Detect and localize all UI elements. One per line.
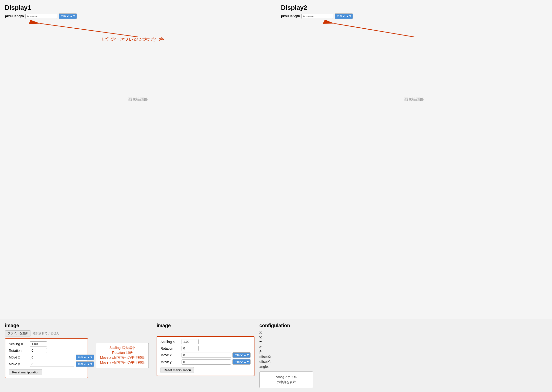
file-no-selection-label: 選択されていません [33,331,59,335]
display1-pixel-length-row: pixel length mm ▲▼ [5,13,271,19]
image1-movex-unit[interactable]: mm ▲▼ [76,355,94,360]
annotation-line1: Scaling 拡大縮小 [100,346,145,350]
image1-manipulation-box: Scaling × Rotation Move x mm ▲▼ Move [5,338,88,378]
config-title: configulation [259,323,313,328]
config-offsety-row: offsetY: [259,360,313,364]
image1-movey-unit-select[interactable]: mm [77,362,87,366]
image1-scaling-input[interactable] [30,341,47,346]
image2-movex-input[interactable] [182,353,231,358]
image1-rotation-label: Rotation [9,349,28,353]
image2-reset-button[interactable]: Reset manipulation [161,367,194,373]
file-select-row: ファイルを選択 選択されていません [5,330,88,336]
image2-movey-unit-select[interactable]: mm [234,360,243,364]
image1-rotation-input[interactable] [30,348,47,353]
display2-unit-select[interactable]: mm [336,14,346,18]
annotation-line2: Rotation 回転 [100,351,145,355]
image1-movex-label: Move x [9,355,28,359]
image2-movey-unit[interactable]: mm ▲▼ [232,359,251,365]
config-box-line1: configファイル [264,375,309,380]
image1-movex-input[interactable] [30,355,74,360]
image2-movex-unit-select[interactable]: mm [234,353,243,357]
display2-unit-select-wrapper[interactable]: mm ▲▼ [335,13,353,19]
display1-arrow-svg: ピクセルの大きさ [5,20,271,44]
annotation-box: Scaling 拡大縮小 Rotation 回転 Move x x軸方向への平行… [96,343,149,368]
display1-canvas-label: 画像描画部 [128,97,148,102]
display2-arrow-area [281,20,547,44]
image1-scaling-label: Scaling × [9,342,28,346]
image2-scaling-input[interactable] [182,339,199,344]
image2-movey-chevron-icon: ▲▼ [243,360,249,364]
display1-title: Display1 [5,4,271,12]
image1-reset-button[interactable]: Reset manipulation [9,369,42,375]
svg-text:ピクセルの大きさ: ピクセルの大きさ [101,37,166,42]
display1-unit-select-wrapper[interactable]: mm ▲▼ [59,13,77,19]
display2-pixel-length-row: pixel length mm ▲▼ [281,13,547,19]
image1-movey-chevron-icon: ▲▼ [87,362,93,366]
config-box-line2: の中身を表示 [264,380,309,385]
image2-movex-row: Move x mm ▲▼ [161,352,251,358]
image2-scaling-label: Scaling × [161,340,180,344]
display2-title: Display2 [281,4,547,12]
annotation-line3: Move x x軸方向への平行移動 [100,356,145,360]
config-alpha-row: α: [259,345,313,349]
config-y-row: y: [259,335,313,339]
image1-movex-unit-select[interactable]: mm [77,355,87,359]
image2-rotation-label: Rotation [161,346,180,350]
display1-panel: Display1 pixel length mm ▲▼ [0,0,276,319]
display1-arrow-area: ピクセルの大きさ [5,20,271,44]
svg-line-5 [334,23,414,37]
display2-pixel-length-label: pixel length [281,14,300,18]
image1-movey-row: Move y mm ▲▼ [9,361,84,367]
bottom-row: image ファイルを選択 選択されていません Scaling × Rotati… [0,319,552,392]
image1-movex-chevron-icon: ▲▼ [87,356,93,359]
config-angle-row: angle: [259,365,313,369]
config-section: configulation x: y: z: α: β: offsetX: of… [259,323,313,388]
image2-movex-chevron-icon: ▲▼ [243,353,249,357]
display2-canvas: 画像描画部 [281,44,547,154]
image1-movey-unit[interactable]: mm ▲▼ [76,361,94,367]
display1-unit-select[interactable]: mm [60,14,70,18]
image2-rotation-input[interactable] [182,346,199,351]
image2-movey-label: Move y [161,360,180,364]
image1-scaling-row: Scaling × [9,341,84,346]
image1-rotation-row: Rotation [9,348,84,353]
display2-panel: Display2 pixel length mm ▲▼ [276,0,552,319]
image2-spacer [157,330,254,336]
image2-rotation-row: Rotation [161,346,251,351]
image2-movey-row: Move y mm ▲▼ [161,359,251,365]
config-display-box: configファイル の中身を表示 [259,371,313,388]
display1-pixel-length-input[interactable] [25,14,57,19]
config-z-row: z: [259,340,313,344]
file-select-button[interactable]: ファイルを選択 [5,330,31,336]
display1-canvas: 画像描画部 [5,44,271,154]
display1-pixel-length-label: pixel length [5,14,24,18]
display1-unit-chevron-icon: ▲▼ [70,14,76,18]
image2-section: image Scaling × Rotation Move x mm ▲▼ [157,323,254,388]
display2-arrow-svg [281,20,547,44]
image1-movey-input[interactable] [30,362,74,367]
annotation-line4: Move y y軸方向への平行移動 [100,360,145,365]
image2-movex-unit[interactable]: mm ▲▼ [232,352,251,358]
display2-pixel-length-input[interactable] [301,14,333,19]
image2-scaling-row: Scaling × [161,339,251,344]
image1-movex-row: Move x mm ▲▼ [9,355,84,360]
display2-unit-chevron-icon: ▲▼ [346,14,352,18]
image2-movex-label: Move x [161,353,180,357]
svg-line-2 [40,23,138,37]
image2-movey-input[interactable] [182,359,231,365]
image1-section: image ファイルを選択 選択されていません Scaling × Rotati… [5,323,88,388]
config-x-row: x: [259,330,313,334]
config-beta-row: β: [259,350,313,354]
image1-title: image [5,323,88,328]
display2-canvas-label: 画像描画部 [404,97,424,102]
main-container: Display1 pixel length mm ▲▼ [0,0,552,392]
image2-title: image [157,323,254,328]
middle-annotation-section: Scaling 拡大縮小 Rotation 回転 Move x x軸方向への平行… [93,323,152,388]
displays-row: Display1 pixel length mm ▲▼ [0,0,552,319]
config-offsetx-row: offsetX: [259,355,313,359]
image2-manipulation-box: Scaling × Rotation Move x mm ▲▼ Move [157,336,254,376]
image1-movey-label: Move y [9,362,28,366]
